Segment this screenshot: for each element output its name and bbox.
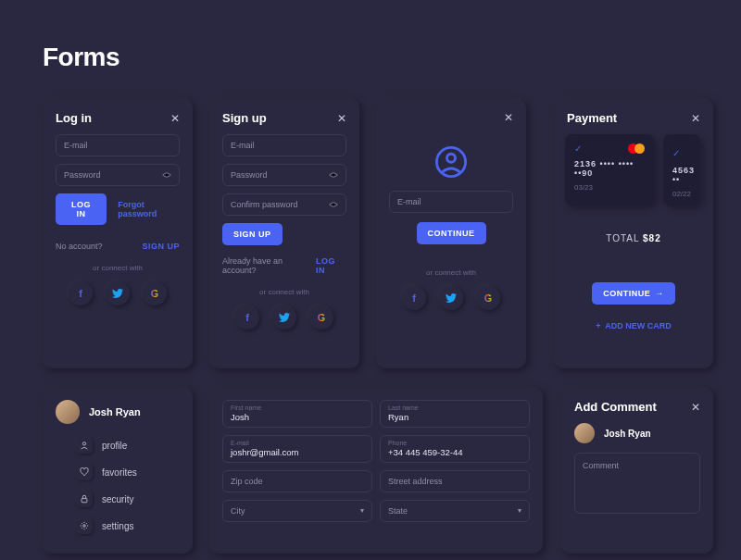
user-icon: [76, 437, 93, 454]
last-name-field[interactable]: Last name Ryan: [380, 400, 530, 428]
credit-card-1[interactable]: ✓ 2136 •••• •••• ••90 03/23: [565, 134, 654, 205]
google-icon[interactable]: G: [309, 305, 333, 330]
eye-icon[interactable]: [329, 200, 338, 209]
svg-rect-6: [82, 499, 87, 503]
eye-icon[interactable]: [162, 170, 171, 180]
svg-point-2: [333, 204, 335, 206]
card-number: 2136 •••• •••• ••90: [574, 159, 645, 178]
facebook-icon[interactable]: f: [69, 281, 93, 305]
close-icon[interactable]: ✕: [170, 112, 180, 125]
payment-card: Payment ✕ ✓ 2136 •••• •••• ••90 03/23 ✓ …: [554, 98, 713, 368]
card-expiry: 03/23: [574, 183, 645, 192]
page-title: Forms: [43, 43, 119, 72]
login-card: Log in ✕ E-mail Password LOG IN Forgot p…: [43, 98, 193, 368]
signup-card: Sign up ✕ E-mail Password Confirm passwo…: [209, 98, 359, 368]
have-account-text: Already have an account?: [222, 256, 316, 275]
street-field[interactable]: Street address: [380, 470, 530, 492]
close-icon[interactable]: ✕: [337, 112, 346, 125]
plus-icon: +: [596, 321, 600, 330]
connect-label: or connect with: [56, 264, 180, 272]
comment-card: Add Comment ✕ Josh Ryan Comment: [561, 387, 713, 554]
mastercard-icon: [628, 143, 645, 154]
chevron-down-icon: ▾: [518, 506, 521, 515]
card-number: 4563 ••: [672, 166, 691, 184]
email-field[interactable]: E-mail joshr@gmail.com: [222, 435, 372, 463]
facebook-icon[interactable]: f: [235, 305, 259, 330]
confirm-password-field[interactable]: Confirm password: [222, 193, 346, 216]
connect-label: or connect with: [222, 288, 346, 296]
zip-field[interactable]: Zip code: [222, 470, 372, 492]
svg-point-0: [166, 174, 169, 177]
menu-item-favorites[interactable]: favorites: [76, 464, 180, 480]
chevron-down-icon: ▾: [360, 506, 364, 515]
login-link[interactable]: LOG IN: [316, 256, 346, 275]
user-name: Josh Ryan: [89, 406, 141, 417]
twitter-icon[interactable]: [272, 305, 296, 330]
close-icon[interactable]: ✕: [691, 401, 700, 414]
connect-label: or connect with: [389, 268, 513, 277]
heart-icon: [76, 464, 93, 480]
signup-title: Sign up: [222, 111, 267, 125]
forgot-password-link[interactable]: Forgot password: [118, 200, 180, 218]
payment-title: Payment: [567, 111, 617, 125]
password-field[interactable]: Password: [56, 164, 180, 186]
edit-form-card: First name Josh Last name Ryan E-mail jo…: [209, 387, 543, 554]
signup-button[interactable]: SIGN UP: [222, 223, 283, 245]
svg-point-7: [83, 525, 86, 528]
continue-button[interactable]: CONTINUE: [417, 222, 486, 244]
state-select[interactable]: State▾: [380, 500, 530, 522]
email-field[interactable]: E-mail: [222, 134, 346, 156]
password-field[interactable]: Password: [222, 164, 346, 186]
arrow-right-icon: →: [655, 289, 664, 298]
check-icon: ✓: [672, 148, 680, 158]
comment-title: Add Comment: [574, 400, 657, 414]
svg-point-4: [446, 154, 455, 162]
profile-card: Josh Ryan profile favorites security set…: [43, 387, 193, 554]
facebook-icon[interactable]: f: [402, 286, 426, 310]
payment-continue-button[interactable]: CONTINUE →: [592, 282, 675, 305]
menu-item-security[interactable]: security: [76, 491, 180, 507]
svg-point-5: [82, 442, 85, 445]
close-icon[interactable]: ✕: [504, 111, 513, 124]
svg-point-1: [333, 174, 335, 177]
continue-card: ✕ E-mail CONTINUE or connect with f G: [376, 98, 526, 368]
gear-icon: [76, 517, 93, 534]
credit-card-2[interactable]: ✓ 4563 •• 02/22: [663, 134, 700, 205]
close-icon[interactable]: ✕: [691, 112, 700, 125]
add-new-card-link[interactable]: + ADD NEW CARD: [596, 321, 671, 330]
avatar[interactable]: [56, 400, 80, 424]
first-name-field[interactable]: First name Josh: [222, 400, 372, 428]
email-field[interactable]: E-mail: [56, 134, 180, 156]
menu-item-settings[interactable]: settings: [76, 517, 180, 534]
login-button[interactable]: LOG IN: [56, 193, 107, 225]
menu-item-profile[interactable]: profile: [76, 437, 180, 454]
card-expiry: 02/22: [672, 190, 691, 198]
signup-link[interactable]: SIGN UP: [142, 242, 180, 251]
total-row: TOTAL $82: [567, 233, 700, 243]
lock-icon: [76, 491, 93, 507]
phone-field[interactable]: Phone +34 445 459-32-44: [380, 435, 530, 463]
email-field[interactable]: E-mail: [389, 191, 513, 213]
avatar: [574, 423, 595, 443]
google-icon[interactable]: G: [143, 281, 167, 305]
comment-textarea[interactable]: Comment: [574, 453, 700, 514]
no-account-text: No account?: [56, 242, 103, 251]
eye-icon[interactable]: [329, 170, 338, 180]
user-icon: [435, 146, 467, 178]
commenter-name: Josh Ryan: [604, 429, 651, 439]
city-select[interactable]: City▾: [222, 500, 372, 522]
twitter-icon[interactable]: [439, 286, 463, 310]
twitter-icon[interactable]: [106, 281, 130, 305]
login-title: Log in: [56, 111, 92, 125]
check-icon: ✓: [574, 143, 582, 154]
google-icon[interactable]: G: [476, 286, 500, 310]
